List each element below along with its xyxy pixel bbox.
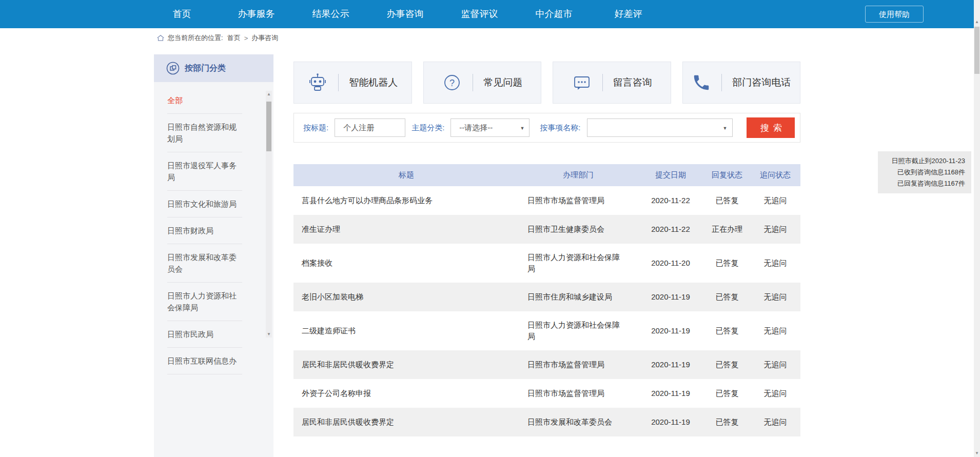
row-followup-status: 无追问 bbox=[750, 416, 800, 428]
table-row[interactable]: 准生证办理日照市卫生健康委员会2020-11-22正在办理无追问 bbox=[293, 215, 800, 244]
sidebar-item-4[interactable]: 日照市财政局 bbox=[167, 217, 242, 244]
column-header-3: 回复状态 bbox=[704, 170, 750, 180]
nav-item-4[interactable]: 监督评议 bbox=[442, 0, 517, 28]
breadcrumb-home[interactable]: 首页 bbox=[227, 33, 241, 43]
row-department: 日照市人力资源和社会保障局 bbox=[519, 252, 637, 274]
row-title: 老旧小区加装电梯 bbox=[293, 291, 519, 303]
table-header: 标题办理部门提交日期回复状态追问状态 bbox=[293, 164, 800, 186]
column-header-4: 追问状态 bbox=[750, 170, 800, 180]
row-title: 档案接收 bbox=[293, 257, 519, 269]
table-row[interactable]: 莒县什么地方可以办理商品条形码业务日照市市场监督管理局2020-11-22已答复… bbox=[293, 186, 800, 215]
row-title: 外资子公司名称申报 bbox=[293, 388, 519, 399]
item-name-select[interactable]: ▼ bbox=[587, 118, 733, 137]
chevron-down-icon: ▼ bbox=[520, 126, 524, 131]
scroll-up-icon[interactable]: ▲ bbox=[974, 19, 980, 24]
card-label: 留言咨询 bbox=[613, 76, 652, 89]
category-select-value: --请选择-- bbox=[459, 123, 493, 133]
row-department: 日照市市场监督管理局 bbox=[519, 359, 637, 370]
card-label: 智能机器人 bbox=[349, 76, 398, 89]
main-content: 智能机器人 ? 常见问题 留言咨询 bbox=[293, 62, 800, 436]
column-header-2: 提交日期 bbox=[637, 170, 704, 180]
row-date: 2020-11-19 bbox=[637, 291, 704, 303]
row-followup-status: 无追问 bbox=[750, 257, 800, 269]
stats-line3: 已回复咨询信息1167件 bbox=[884, 178, 965, 189]
table-row[interactable]: 二级建造师证书日照市人力资源和社会保障局2020-11-19已答复无追问 bbox=[293, 311, 800, 350]
row-followup-status: 无追问 bbox=[750, 224, 800, 235]
breadcrumb-prefix: 您当前所在的位置: bbox=[168, 33, 223, 43]
card-message[interactable]: 留言咨询 bbox=[553, 62, 671, 104]
row-date: 2020-11-20 bbox=[637, 257, 704, 269]
quick-links: 智能机器人 ? 常见问题 留言咨询 bbox=[293, 62, 800, 104]
row-date: 2020-11-22 bbox=[637, 224, 704, 235]
sidebar-item-1[interactable]: 日照市自然资源和规划局 bbox=[167, 114, 242, 152]
card-label: 部门咨询电话 bbox=[732, 76, 791, 89]
table-row[interactable]: 老旧小区加装电梯日照市住房和城乡建设局2020-11-19已答复无追问 bbox=[293, 283, 800, 311]
page-scrollbar[interactable]: ▲ ▼ bbox=[974, 0, 980, 457]
title-input[interactable] bbox=[335, 118, 405, 137]
scroll-down-icon[interactable]: ▼ bbox=[266, 332, 272, 336]
row-title: 居民和非居民供暖收费界定 bbox=[293, 359, 519, 370]
sidebar-item-2[interactable]: 日照市退役军人事务局 bbox=[167, 152, 242, 191]
nav-item-3[interactable]: 办事咨询 bbox=[368, 0, 442, 28]
row-department: 日照市住房和城乡建设局 bbox=[519, 291, 637, 303]
breadcrumb-current: 办事咨询 bbox=[251, 33, 278, 43]
sidebar-header: 按部门分类 bbox=[154, 54, 273, 82]
category-label: 主题分类: bbox=[411, 123, 444, 133]
sidebar: 按部门分类 全部日照市自然资源和规划局日照市退役军人事务局日照市文化和旅游局日照… bbox=[154, 54, 273, 457]
table-row[interactable]: 居民和非居民供暖收费界定日照市发展和改革委员会2020-11-19已答复无追问 bbox=[293, 408, 800, 436]
nav-item-1[interactable]: 办事服务 bbox=[219, 0, 293, 28]
help-button[interactable]: 使用帮助 bbox=[865, 6, 924, 23]
sidebar-item-8[interactable]: 日照市互联网信息办 bbox=[167, 348, 242, 374]
sidebar-item-7[interactable]: 日照市民政局 bbox=[167, 321, 242, 348]
item-name-label: 按事项名称: bbox=[540, 123, 580, 133]
home-icon bbox=[156, 34, 165, 42]
nav-item-0[interactable]: 首页 bbox=[145, 0, 219, 28]
scroll-up-icon[interactable]: ▲ bbox=[266, 92, 272, 96]
nav-item-2[interactable]: 结果公示 bbox=[293, 0, 368, 28]
scroll-down-icon[interactable]: ▼ bbox=[974, 451, 980, 455]
card-phone[interactable]: 部门咨询电话 bbox=[682, 62, 801, 104]
breadcrumb-separator: > bbox=[244, 34, 248, 42]
row-followup-status: 无追问 bbox=[750, 291, 800, 303]
stats-line2: 已收到咨询信息1168件 bbox=[884, 167, 965, 178]
row-reply-status: 已答复 bbox=[704, 195, 750, 206]
sidebar-list: 全部日照市自然资源和规划局日照市退役军人事务局日照市文化和旅游局日照市财政局日照… bbox=[154, 82, 273, 374]
row-department: 日照市市场监督管理局 bbox=[519, 195, 637, 206]
page-scrollbar-thumb[interactable] bbox=[974, 27, 979, 74]
table-row[interactable]: 档案接收日照市人力资源和社会保障局2020-11-20已答复无追问 bbox=[293, 244, 800, 283]
top-navbar: 首页办事服务结果公示办事咨询监督评议中介超市好差评 使用帮助 bbox=[0, 0, 974, 28]
nav-item-5[interactable]: 中介超市 bbox=[517, 0, 591, 28]
sidebar-scrollbar[interactable]: ▲ ▼ bbox=[266, 91, 272, 337]
row-followup-status: 无追问 bbox=[750, 325, 800, 336]
table-row[interactable]: 外资子公司名称申报日照市市场监督管理局2020-11-19已答复无追问 bbox=[293, 379, 800, 408]
search-bar: 按标题: 主题分类: --请选择-- ▼ 按事项名称: ▼ 搜索 bbox=[293, 113, 800, 143]
nav-item-6[interactable]: 好差评 bbox=[591, 0, 665, 28]
chevron-down-icon: ▼ bbox=[723, 126, 728, 131]
breadcrumb: 您当前所在的位置: 首页 > 办事咨询 bbox=[0, 28, 974, 48]
row-department: 日照市卫生健康委员会 bbox=[519, 224, 637, 235]
sidebar-item-3[interactable]: 日照市文化和旅游局 bbox=[167, 191, 242, 217]
question-icon: ? bbox=[442, 72, 462, 93]
card-divider bbox=[602, 74, 603, 91]
sidebar-item-0[interactable]: 全部 bbox=[167, 87, 242, 114]
card-faq[interactable]: ? 常见问题 bbox=[423, 62, 542, 104]
stats-box: 日照市截止到2020-11-23 已收到咨询信息1168件 已回复咨询信息116… bbox=[878, 151, 971, 193]
search-button[interactable]: 搜索 bbox=[747, 117, 795, 138]
page: 首页办事服务结果公示办事咨询监督评议中介超市好差评 使用帮助 您当前所在的位置:… bbox=[0, 0, 980, 457]
card-smart-robot[interactable]: 智能机器人 bbox=[293, 62, 412, 104]
row-title: 准生证办理 bbox=[293, 224, 519, 235]
sidebar-item-6[interactable]: 日照市人力资源和社会保障局 bbox=[167, 283, 242, 321]
row-department: 日照市市场监督管理局 bbox=[519, 388, 637, 399]
row-reply-status: 已答复 bbox=[704, 257, 750, 269]
table-row[interactable]: 居民和非居民供暖收费界定日照市市场监督管理局2020-11-19已答复无追问 bbox=[293, 350, 800, 379]
category-icon bbox=[166, 62, 180, 75]
sidebar-scrollbar-thumb[interactable] bbox=[266, 102, 271, 151]
sidebar-title: 按部门分类 bbox=[185, 63, 226, 74]
column-header-1: 办理部门 bbox=[519, 170, 637, 180]
column-header-0: 标题 bbox=[293, 170, 519, 180]
message-icon bbox=[572, 72, 592, 93]
row-reply-status: 已答复 bbox=[704, 325, 750, 336]
consult-table: 标题办理部门提交日期回复状态追问状态 莒县什么地方可以办理商品条形码业务日照市市… bbox=[293, 164, 800, 436]
sidebar-item-5[interactable]: 日照市发展和改革委员会 bbox=[167, 244, 242, 283]
category-select[interactable]: --请选择-- ▼ bbox=[450, 118, 530, 137]
